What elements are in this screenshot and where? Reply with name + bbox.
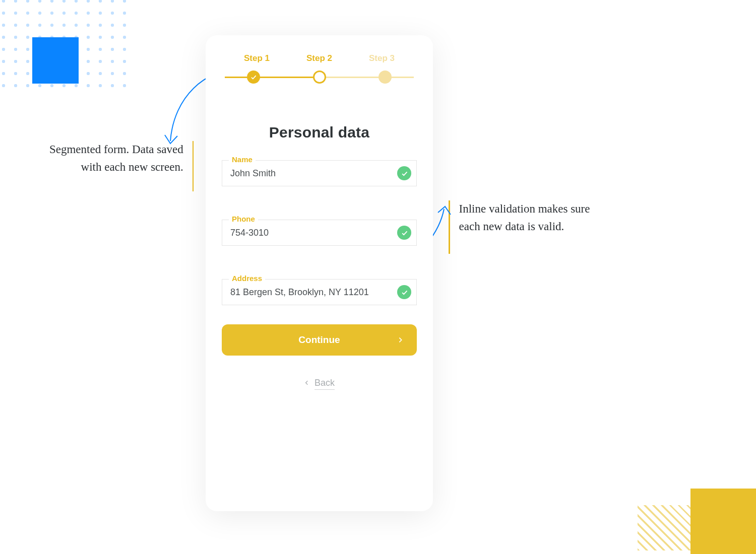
annotation-left: Segmented form. Data saved with each new… (42, 141, 194, 191)
annotation-left-text: Segmented form. Data saved with each new… (42, 141, 183, 176)
chevron-left-icon (304, 379, 309, 389)
step-1-dot[interactable] (247, 71, 260, 84)
phone-value: 754-3010 (230, 228, 394, 238)
step-3-label[interactable]: Step 3 (369, 53, 395, 63)
address-label: Address (229, 274, 265, 283)
annotation-right-text: Inline validation makes sure each new da… (459, 200, 610, 235)
valid-check-icon (397, 285, 411, 299)
continue-label: Continue (298, 334, 340, 345)
step-1-label[interactable]: Step 1 (244, 53, 270, 63)
address-value: 81 Bergen St, Brooklyn, NY 11201 (230, 287, 394, 298)
annotation-right: Inline validation makes sure each new da… (449, 200, 610, 254)
back-link[interactable]: Back (215, 378, 424, 390)
name-field: Name John Smith (222, 160, 417, 186)
step-2-label[interactable]: Step 2 (306, 53, 332, 63)
phone-input[interactable]: 754-3010 (222, 220, 417, 246)
track-segment-active (225, 77, 320, 78)
back-label: Back (314, 378, 335, 390)
form-title: Personal data (215, 124, 424, 141)
valid-check-icon (397, 226, 411, 240)
annotation-bar (449, 200, 450, 254)
stepper: Step 1 Step 2 Step 3 (225, 53, 414, 89)
step-3-dot[interactable] (379, 71, 392, 84)
phone-field: Phone 754-3010 (222, 220, 417, 246)
continue-button[interactable]: Continue (222, 324, 417, 356)
name-value: John Smith (230, 168, 394, 179)
decorative-blue-square (32, 37, 79, 84)
name-label: Name (229, 155, 256, 164)
step-2-dot[interactable] (313, 71, 326, 84)
checkmark-icon (250, 74, 257, 81)
chevron-right-icon (397, 335, 404, 345)
phone-label: Phone (229, 215, 258, 223)
address-field: Address 81 Bergen St, Brooklyn, NY 11201 (222, 279, 417, 305)
valid-check-icon (397, 166, 411, 180)
track-segment-inactive (320, 77, 414, 78)
name-input[interactable]: John Smith (222, 160, 417, 186)
form-card: Step 1 Step 2 Step 3 Personal data Name … (206, 35, 433, 511)
annotation-bar (193, 141, 194, 191)
decorative-yellow-rect (690, 489, 756, 554)
address-input[interactable]: 81 Bergen St, Brooklyn, NY 11201 (222, 279, 417, 305)
